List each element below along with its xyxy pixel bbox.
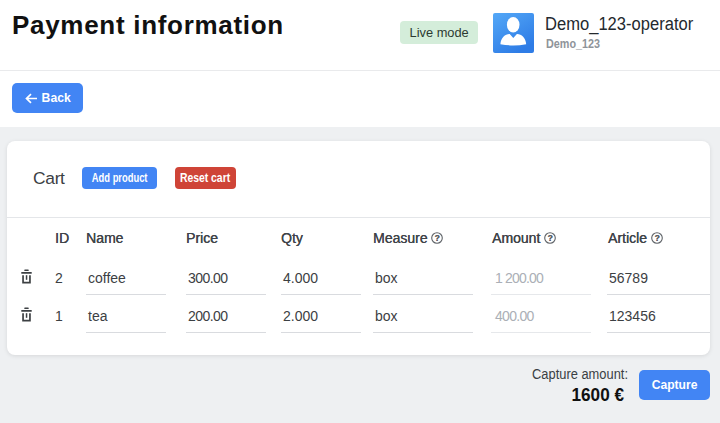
svg-text:?: ?: [435, 233, 440, 243]
svg-text:?: ?: [548, 233, 553, 243]
svg-text:?: ?: [654, 233, 659, 243]
